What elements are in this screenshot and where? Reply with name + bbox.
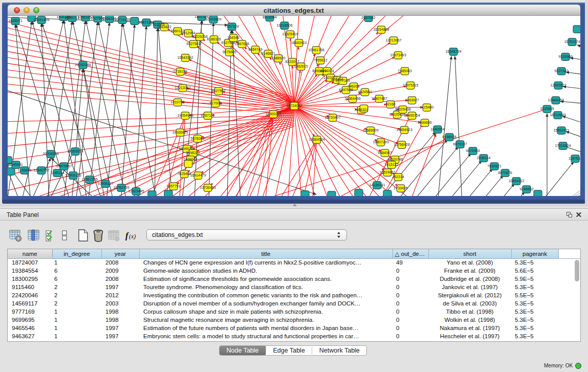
svg-text:6497568: 6497568 [339,88,353,92]
svg-text:19166825: 19166825 [172,130,188,134]
svg-text:15692971: 15692971 [553,128,569,132]
svg-text:1010753: 1010753 [170,100,184,104]
svg-text:1145134: 1145134 [51,171,64,174]
svg-text:9699695: 9699695 [418,121,431,124]
svg-text:12505135: 12505135 [65,173,81,177]
svg-text:3498222: 3498222 [186,151,200,155]
svg-text:10975867: 10975867 [56,164,72,168]
svg-text:12213967: 12213967 [385,38,401,42]
svg-text:12923445: 12923445 [128,189,144,193]
svg-text:1733426: 1733426 [394,186,407,190]
svg-text:8813054: 8813054 [263,15,276,19]
svg-text:8454749: 8454749 [248,48,262,51]
svg-text:7663822: 7663822 [157,25,171,29]
svg-text:9463627: 9463627 [405,98,419,102]
svg-text:10958127: 10958127 [97,182,113,185]
svg-text:1167534: 1167534 [569,157,582,160]
svg-text:2867608: 2867608 [235,42,249,46]
svg-text:9227343: 9227343 [554,69,568,73]
svg-text:53226058: 53226058 [191,35,207,38]
svg-text:3912954: 3912954 [181,31,195,35]
svg-text:16046746: 16046746 [179,147,194,150]
svg-text:9484067: 9484067 [378,151,391,155]
svg-text:10025438: 10025438 [395,107,410,111]
svg-text:1405571: 1405571 [8,19,22,23]
svg-text:16782759: 16782759 [113,186,129,189]
svg-text:12093822: 12093822 [550,83,566,87]
svg-text:1615132: 1615132 [384,163,398,166]
svg-text:1588520: 1588520 [271,56,285,60]
svg-text:12213382: 12213382 [175,86,190,90]
svg-text:19218506: 19218506 [276,24,292,27]
svg-text:(x): (x) [129,233,136,240]
svg-text:2935114: 2935114 [477,156,491,160]
svg-text:citations_edges.txt: citations_edges.txt [264,7,324,14]
svg-text:2718176: 2718176 [173,70,187,73]
svg-text:16914479: 16914479 [190,173,206,177]
svg-text:20206535: 20206535 [42,152,58,156]
svg-text:2087682: 2087682 [361,16,375,19]
svg-text:1156829: 1156829 [18,168,32,172]
svg-text:16648784: 16648784 [445,50,461,53]
svg-text:19495754: 19495754 [404,114,420,117]
svg-text:3875685: 3875685 [222,50,236,54]
svg-text:9327508: 9327508 [221,41,235,45]
svg-text:7625402: 7625402 [177,172,191,176]
svg-text:9329966: 9329966 [558,55,572,58]
svg-text:6879197: 6879197 [453,142,467,146]
svg-text:8471676: 8471676 [498,171,512,174]
svg-text:154546: 154546 [227,36,239,39]
svg-text:17957255: 17957255 [81,178,97,181]
svg-text:10025438: 10025438 [389,113,405,116]
svg-text:14136141: 14136141 [369,183,385,187]
svg-text:7986322: 7986322 [354,108,368,112]
svg-text:13325419: 13325419 [282,32,298,36]
svg-text:16210643: 16210643 [550,113,565,117]
svg-text:7632621: 7632621 [487,164,501,168]
svg-text:3215955: 3215955 [540,107,554,111]
svg-text:9777169: 9777169 [336,79,350,82]
svg-text:7357224: 7357224 [225,25,238,28]
svg-text:1640954: 1640954 [430,127,444,131]
svg-text:9245652: 9245652 [519,187,533,191]
svg-text:13524851: 13524851 [379,170,395,174]
svg-text:8938928: 8938928 [442,135,456,139]
svg-text:10961758: 10961758 [308,48,324,52]
svg-text:18300295: 18300295 [265,112,281,116]
svg-text:9327503: 9327503 [186,42,200,46]
svg-text:9146821: 9146821 [261,52,275,55]
svg-text:3624554: 3624554 [358,90,372,94]
svg-text:19654923: 19654923 [396,128,412,132]
svg-text:62160: 62160 [385,102,396,106]
svg-text:8427552: 8427552 [211,89,225,93]
svg-text:10807487: 10807487 [371,97,387,100]
svg-text:8267110: 8267110 [201,114,215,117]
svg-text:12975115: 12975115 [403,83,419,87]
svg-text:15720407: 15720407 [324,116,340,119]
svg-text:252214: 252214 [392,175,404,179]
svg-text:19054943: 19054943 [177,114,193,117]
svg-text:18640910: 18640910 [291,41,307,45]
svg-text:15751074: 15751074 [564,40,580,43]
svg-text:11520746: 11520746 [387,158,403,161]
svg-text:2409948: 2409948 [183,158,197,161]
svg-text:10688609: 10688609 [362,128,378,132]
svg-text:9457791: 9457791 [166,184,180,188]
svg-text:21364436: 21364436 [344,97,360,100]
svg-text:746266: 746266 [347,84,359,88]
svg-text:12342757: 12342757 [33,168,49,172]
svg-text:10973493: 10973493 [390,53,406,57]
svg-text:18724007: 18724007 [286,104,302,107]
svg-text:17359924: 17359924 [67,149,83,153]
svg-text:7485063: 7485063 [398,69,411,73]
svg-text:10543382: 10543382 [177,56,193,59]
svg-text:5878342: 5878342 [190,137,204,140]
svg-text:8322017: 8322017 [285,60,299,63]
svg-text:117006: 117006 [210,101,222,105]
svg-text:10756928: 10756928 [394,143,409,146]
svg-text:9115460: 9115460 [420,105,434,109]
svg-text:12444153: 12444153 [548,98,563,102]
svg-text:21053346: 21053346 [75,63,91,67]
svg-text:6994024: 6994024 [320,69,334,73]
svg-text:8186328: 8186328 [207,37,221,41]
